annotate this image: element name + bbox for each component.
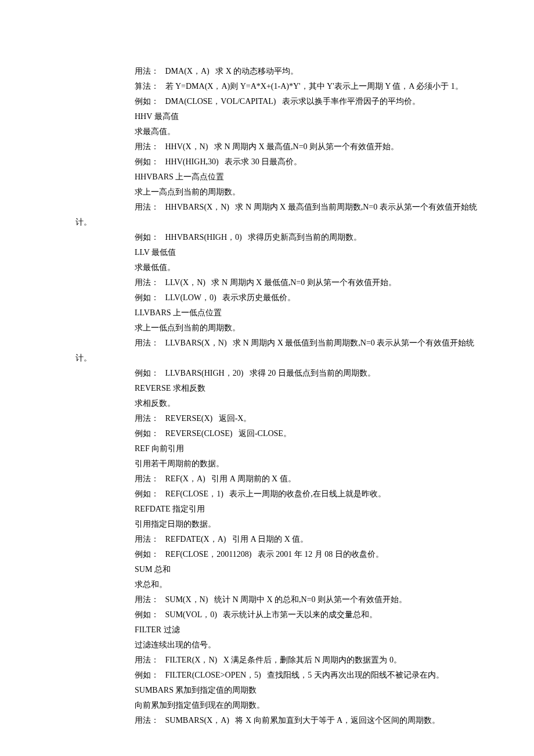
text-line: 用法： SUMBARS(X，A) 将 X 向前累加直到大于等于 A，返回这个区间… — [0, 713, 534, 728]
text-line: 求上一高点到当前的周期数。 — [0, 185, 534, 200]
document-page: 用法： DMA(X，A) 求 X 的动态移动平均。算法： 若 Y=DMA(X，A… — [0, 0, 534, 756]
text-line: LLVBARS 上一低点位置 — [0, 305, 534, 321]
text-line: 用法： LLV(X，N) 求 N 周期内 X 最低值,N=0 则从第一个有效值开… — [0, 275, 534, 290]
text-line: REFDATE 指定引用 — [0, 502, 534, 517]
text-line: 引用若干周期前的数据。 — [0, 456, 534, 471]
text-line: SUMBARS 累加到指定值的周期数 — [0, 683, 534, 698]
text-line: 用法： REFDATE(X，A) 引用 A 日期的 X 值。 — [0, 532, 534, 547]
text-line: 例如： REF(CLOSE，1) 表示上一周期的收盘价,在日线上就是昨收。 — [0, 487, 534, 502]
text-line: 求总和。 — [0, 577, 534, 592]
text-line: 例如： DMA(CLOSE，VOL/CAPITAL) 表示求以换手率作平滑因子的… — [0, 94, 534, 109]
text-line: HHV 最高值 — [0, 109, 534, 124]
text-line: 用法： REF(X，A) 引用 A 周期前的 X 值。 — [0, 471, 534, 487]
text-line: REF 向前引用 — [0, 441, 534, 456]
text-line: 例如： REVERSE(CLOSE) 返回-CLOSE。 — [0, 426, 534, 441]
text-line: 求最低值。 — [0, 260, 534, 275]
text-line: REVERSE 求相反数 — [0, 381, 534, 396]
text-line: 例如： REF(CLOSE，20011208) 表示 2001 年 12 月 0… — [0, 547, 534, 562]
text-line: 计。 — [0, 351, 534, 366]
text-line: 例如： FILTER(CLOSE>OPEN，5) 查找阳线，5 天内再次出现的阳… — [0, 668, 534, 683]
text-line: 用法： LLVBARS(X，N) 求 N 周期内 X 最低值到当前周期数,N=0… — [0, 336, 534, 351]
text-line: 用法： HHV(X，N) 求 N 周期内 X 最高值,N=0 则从第一个有效值开… — [0, 139, 534, 154]
text-line: 用法： HHVBARS(X，N) 求 N 周期内 X 最高值到当前周期数,N=0… — [0, 200, 534, 215]
text-line: 用法： SUM(X，N) 统计 N 周期中 X 的总和,N=0 则从第一个有效值… — [0, 592, 534, 607]
text-line: 算法： 若 Y=DMA(X，A)则 Y=A*X+(1-A)*Y'，其中 Y'表示… — [0, 79, 534, 94]
text-line: 求相反数。 — [0, 396, 534, 411]
text-line: LLV 最低值 — [0, 245, 534, 260]
text-line: 用法： FILTER(X，N) X 满足条件后，删除其后 N 周期内的数据置为 … — [0, 653, 534, 668]
text-line: 例如： LLV(LOW，0) 表示求历史最低价。 — [0, 290, 534, 305]
text-line: 求上一低点到当前的周期数。 — [0, 321, 534, 336]
text-line: 过滤连续出现的信号。 — [0, 638, 534, 653]
text-line: 求最高值。 — [0, 124, 534, 139]
text-line: 例如： LLVBARS(HIGH，20) 求得 20 日最低点到当前的周期数。 — [0, 366, 534, 381]
text-line: 用法： DMA(X，A) 求 X 的动态移动平均。 — [0, 64, 534, 79]
text-line: FILTER 过滤 — [0, 622, 534, 638]
text-line: 用法： REVERSE(X) 返回-X。 — [0, 411, 534, 426]
text-line: 向前累加到指定值到现在的周期数。 — [0, 698, 534, 713]
text-line: 引用指定日期的数据。 — [0, 517, 534, 532]
text-line: 计。 — [0, 215, 534, 230]
text-line: 例如： HHV(HIGH,30) 表示求 30 日最高价。 — [0, 154, 534, 170]
text-line: 例如： SUM(VOL，0) 表示统计从上市第一天以来的成交量总和。 — [0, 607, 534, 622]
text-line: 例如： HHVBARS(HIGH，0) 求得历史新高到当前的周期数。 — [0, 230, 534, 245]
text-line: HHVBARS 上一高点位置 — [0, 170, 534, 185]
text-line: SUM 总和 — [0, 562, 534, 577]
